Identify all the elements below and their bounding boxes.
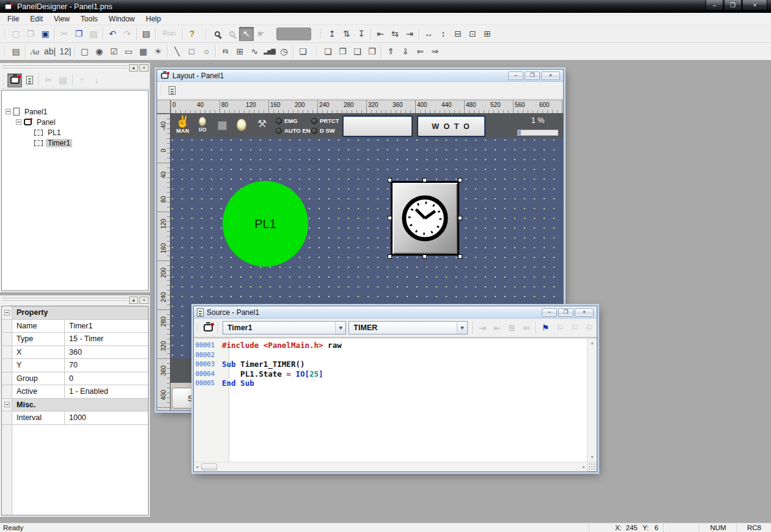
chevron-down-icon[interactable]: ▾	[335, 322, 345, 334]
app-titlebar[interactable]: PanelDesigner - Panel1.pns – ❒ ×	[0, 0, 771, 13]
scrollbar-thumb[interactable]	[201, 464, 217, 470]
button-tool-button[interactable]: ▭	[121, 45, 136, 59]
auto-en-indicator[interactable]: AUTO EN	[276, 127, 311, 134]
pane-header[interactable]: ▴ ×	[0, 63, 150, 72]
grid-margin[interactable]	[2, 306, 12, 319]
property-value[interactable]: Timer1	[65, 320, 148, 333]
resize-grip[interactable]	[587, 462, 597, 471]
print-button[interactable]: ▤	[139, 27, 153, 41]
menu-view[interactable]: View	[48, 13, 75, 24]
bring-forward-button[interactable]: ❑	[350, 45, 364, 59]
resize-handle[interactable]	[458, 216, 462, 220]
resize-handle[interactable]	[388, 254, 392, 259]
fit-left-button[interactable]: ⇐	[413, 45, 427, 59]
property-value[interactable]: 360	[65, 346, 148, 359]
copy-button[interactable]: ❐	[72, 27, 86, 41]
send-to-back-button[interactable]: ❐	[335, 45, 350, 59]
resize-handle[interactable]	[388, 216, 392, 220]
property-value[interactable]: 15 - Timer	[65, 333, 148, 345]
align-left-button[interactable]: ⇤	[373, 27, 388, 41]
code-editor[interactable]: 00001#include <PanelMain.h> raw000020000…	[194, 338, 587, 462]
man-switch[interactable]: ✌ MAN	[175, 116, 190, 134]
progress-bar[interactable]	[517, 130, 558, 136]
chevron-down-icon[interactable]: ▾	[457, 322, 467, 334]
same-width-button[interactable]: ⊟	[451, 27, 465, 41]
image-tool-button[interactable]: ☀	[150, 45, 165, 59]
fit-top-button[interactable]: ⇑	[383, 45, 398, 59]
tree-node-panel1[interactable]: Panel1	[2, 106, 148, 117]
show-layout-button[interactable]	[201, 320, 216, 334]
maximize-button[interactable]: ❒	[724, 0, 742, 10]
event-combo[interactable]: TIMER ▾	[349, 321, 468, 334]
space-across-button[interactable]: ↔	[421, 27, 436, 41]
fit-right-button[interactable]: ⇒	[427, 45, 442, 59]
scroll-up-icon[interactable]: ▴	[591, 340, 593, 345]
source-titlebar[interactable]: Source - Panel1 – ❐ ×	[194, 306, 597, 319]
d-sw-indicator[interactable]: D SW	[311, 127, 339, 134]
layers-button[interactable]: ❏	[295, 45, 310, 59]
show-layout-button[interactable]	[7, 73, 22, 87]
groupbox-tool-button[interactable]: ▢	[77, 45, 92, 59]
bookmark-prev-button[interactable]: ⚐	[567, 320, 582, 334]
show-source-button[interactable]	[22, 73, 37, 87]
menu-window[interactable]: Window	[103, 13, 141, 24]
help-button[interactable]: ?	[185, 27, 199, 41]
minimize-button[interactable]: –	[542, 308, 557, 317]
paste-button[interactable]: ▤	[86, 27, 101, 41]
pane-close-button[interactable]: ×	[139, 64, 149, 72]
ellipse-tool-button[interactable]: ○	[199, 45, 213, 59]
tree-node-pl1[interactable]: PL1	[2, 127, 148, 138]
fit-bottom-button[interactable]: ⇓	[398, 45, 413, 59]
picture-tool-button[interactable]: ▦	[136, 45, 150, 59]
align-middle-button[interactable]: ⇅	[339, 27, 354, 41]
indent-increase-button[interactable]: ⇥	[475, 320, 490, 334]
expand-toggle-icon[interactable]	[16, 119, 21, 125]
tree-node-timer1[interactable]: Timer1	[2, 138, 148, 148]
send-backward-button[interactable]: ❒	[364, 45, 379, 59]
indent-decrease-button[interactable]: ⇤	[490, 320, 504, 334]
function-button-tool-button[interactable]: F1	[218, 45, 232, 59]
minimize-button[interactable]: –	[706, 0, 723, 10]
numberbox-tool-button[interactable]: 12|	[57, 45, 73, 59]
collapse-icon[interactable]	[4, 402, 10, 407]
close-button[interactable]: ×	[541, 72, 560, 80]
menu-tools[interactable]: Tools	[75, 13, 103, 24]
align-center-button[interactable]: ⇆	[388, 27, 402, 41]
undo-button[interactable]: ↶	[105, 27, 120, 41]
new-button[interactable]: ▢	[9, 27, 23, 41]
line-tool-button[interactable]: ╲	[169, 45, 184, 59]
close-button[interactable]: ×	[742, 0, 767, 10]
menu-help[interactable]: Help	[141, 13, 167, 24]
pointer-button[interactable]: ↖	[239, 27, 254, 41]
cut-button[interactable]: ✂	[57, 27, 72, 41]
collapse-icon[interactable]	[4, 310, 10, 316]
square-indicator[interactable]	[218, 121, 227, 130]
property-value[interactable]: 1 - Enabled	[65, 385, 148, 398]
fill-swatch-button[interactable]	[276, 28, 311, 40]
bring-to-front-button[interactable]: ❏	[320, 45, 335, 59]
checkbox-tool-button[interactable]: ☑	[106, 45, 121, 59]
pane-close-button[interactable]: ×	[139, 297, 149, 304]
pl1-lamp-object[interactable]: PL1	[223, 181, 308, 267]
resize-handle[interactable]	[422, 254, 427, 259]
section-label[interactable]: Misc.	[12, 399, 148, 412]
section-label[interactable]: Property	[12, 306, 148, 319]
object-combo[interactable]: Timer1 ▾	[223, 321, 346, 334]
label-tool-button[interactable]: Aa	[28, 45, 42, 59]
bookmark-clear-button[interactable]: ⚐	[582, 320, 597, 334]
tree-node-panel[interactable]: Panel	[2, 117, 148, 127]
menu-file[interactable]: File	[2, 13, 24, 24]
move-up-button[interactable]: ↑	[75, 73, 89, 87]
bookmark-next-button[interactable]: ⚐	[553, 320, 567, 334]
timer1-widget[interactable]	[391, 181, 459, 256]
property-value[interactable]: 1000	[65, 412, 148, 424]
scroll-left-icon[interactable]: ◂	[196, 464, 198, 470]
object-tree[interactable]: Panel1PanelPL1Timer1	[1, 90, 149, 291]
bar-chart-tool-button[interactable]: ▂▅▇	[262, 45, 276, 59]
zoom-config-button[interactable]	[224, 27, 239, 41]
align-bottom-button[interactable]: ↧	[354, 27, 369, 41]
wrench-icon[interactable]: ⚒	[257, 117, 267, 130]
radio-tool-button[interactable]: ◉	[92, 45, 106, 59]
align-top-button[interactable]: ↥	[325, 27, 339, 41]
zoom-button[interactable]	[210, 27, 224, 41]
